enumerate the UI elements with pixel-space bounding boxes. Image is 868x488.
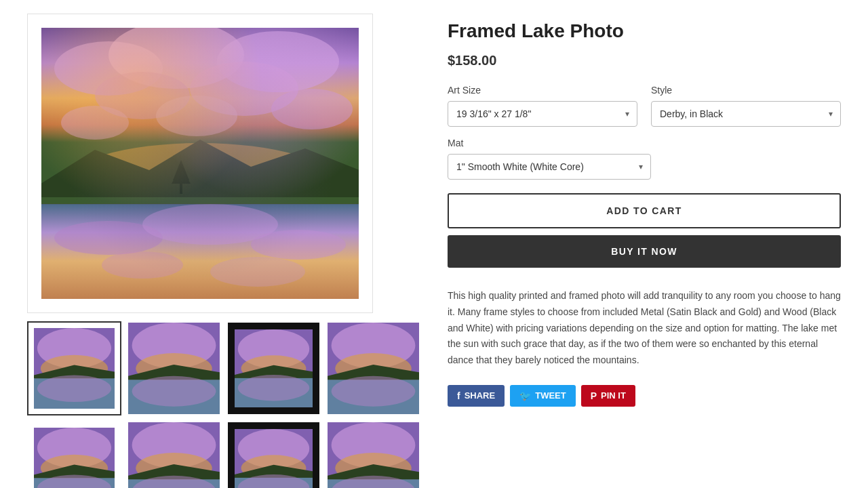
twitter-tweet-label: TWEET (535, 390, 566, 401)
svg-marker-10 (41, 140, 359, 204)
svg-marker-21 (172, 167, 191, 184)
options-row: Art Size 19 3/16" x 27 1/8" 12" x 18" 16… (448, 85, 841, 127)
svg-point-1 (54, 41, 163, 96)
thumbnail-8[interactable] (326, 421, 420, 488)
art-size-select[interactable]: 19 3/16" x 27 1/8" 12" x 18" 16" x 24" 2… (448, 101, 637, 127)
svg-rect-0 (41, 28, 359, 204)
svg-point-16 (102, 251, 183, 279)
svg-point-7 (61, 106, 129, 140)
thumbnail-2[interactable] (127, 321, 221, 415)
mat-select[interactable]: 1" Smooth White (White Core) No Mat 2" S… (448, 154, 651, 180)
page-container: Framed Lake Photo $158.00 Art Size 19 3/… (0, 0, 868, 488)
svg-rect-12 (41, 204, 359, 299)
facebook-share-label: SHARE (465, 390, 496, 401)
facebook-share-button[interactable]: f SHARE (448, 385, 505, 407)
buy-now-button[interactable]: BUY IT NOW (448, 235, 841, 268)
svg-point-13 (54, 221, 163, 255)
product-title: Framed Lake Photo (448, 20, 841, 42)
thumbnail-1[interactable] (27, 321, 121, 415)
svg-marker-11 (41, 197, 359, 204)
svg-point-8 (271, 89, 353, 129)
svg-point-5 (190, 62, 298, 116)
style-select[interactable]: Derby, in Black Derby, in White Metal, S… (651, 101, 841, 127)
svg-point-33 (132, 376, 216, 407)
thumbnail-3[interactable] (226, 321, 321, 415)
mat-row: Mat 1" Smooth White (White Core) No Mat … (448, 138, 841, 180)
svg-point-2 (108, 28, 244, 89)
pinterest-pin-button[interactable]: P PIN IT (581, 385, 635, 407)
add-to-cart-button[interactable]: ADD TO CART (448, 193, 841, 228)
svg-rect-19 (180, 174, 182, 194)
social-buttons: f SHARE 🐦 TWEET P PIN IT (448, 385, 841, 407)
svg-point-17 (210, 257, 305, 287)
style-select-wrapper: Derby, in Black Derby, in White Metal, S… (651, 101, 841, 127)
svg-point-45 (332, 376, 416, 407)
style-group: Style Derby, in Black Derby, in White Me… (651, 85, 841, 127)
thumbnail-grid (27, 321, 420, 488)
mat-select-wrapper: 1" Smooth White (White Core) No Mat 2" S… (448, 154, 651, 180)
svg-point-3 (217, 31, 339, 92)
left-column (27, 14, 420, 488)
thumbnail-6[interactable] (127, 421, 221, 488)
svg-point-14 (142, 204, 278, 245)
svg-point-9 (64, 143, 336, 224)
product-price: $158.00 (448, 53, 841, 68)
right-column: Framed Lake Photo $158.00 Art Size 19 3/… (448, 14, 841, 488)
thumbnail-5[interactable] (27, 421, 121, 488)
svg-point-39 (238, 375, 309, 401)
pinterest-pin-label: PIN IT (601, 390, 626, 401)
style-label: Style (651, 85, 841, 96)
mat-label: Mat (448, 138, 651, 148)
art-size-select-wrapper: 19 3/16" x 27 1/8" 12" x 18" 16" x 24" 2… (448, 101, 637, 127)
mat-group: Mat 1" Smooth White (White Core) No Mat … (448, 138, 651, 180)
pinterest-icon: P (591, 390, 597, 401)
twitter-icon: 🐦 (519, 390, 531, 401)
art-size-group: Art Size 19 3/16" x 27 1/8" 12" x 18" 16… (448, 85, 637, 127)
twitter-tweet-button[interactable]: 🐦 TWEET (510, 385, 576, 407)
svg-point-6 (156, 96, 237, 136)
product-description: This high quality printed and framed pho… (448, 288, 841, 369)
svg-point-4 (95, 72, 190, 119)
thumbnail-4[interactable] (326, 321, 420, 415)
svg-point-27 (37, 375, 111, 402)
svg-point-15 (251, 230, 346, 260)
facebook-icon: f (457, 390, 460, 401)
art-size-label: Art Size (448, 85, 637, 96)
main-product-image (41, 28, 359, 299)
main-image-container (27, 14, 373, 313)
thumbnail-7[interactable] (226, 421, 321, 488)
svg-marker-20 (173, 160, 189, 180)
